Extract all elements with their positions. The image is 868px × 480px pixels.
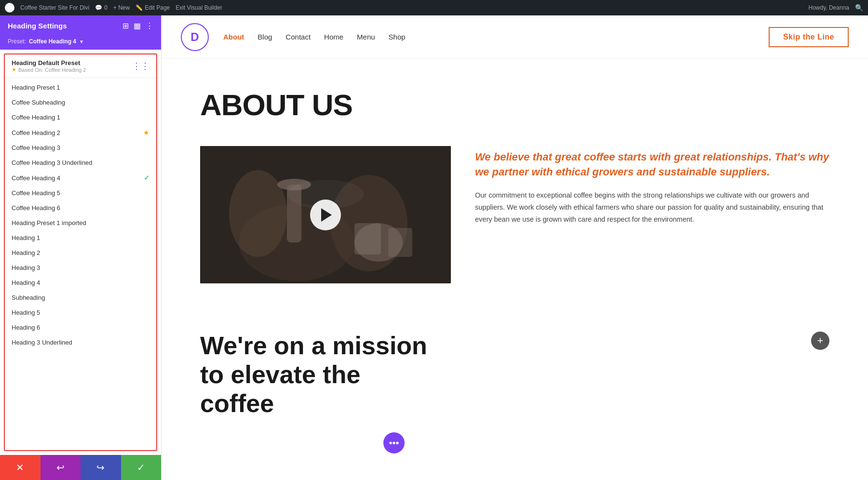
panel-actions: ✕ ↩ ↪ ✓ <box>0 455 161 480</box>
preset-item-heading-6[interactable]: Heading 6 <box>5 320 156 335</box>
preset-item-coffee-heading-2[interactable]: Coffee Heading 2 ★ <box>5 125 156 140</box>
preset-name: Coffee Heading 4 <box>29 38 76 45</box>
comments-bar-item[interactable]: 💬 0 <box>95 4 108 11</box>
new-bar-item[interactable]: + New <box>113 4 130 11</box>
based-on-label: ★ Based On: Coffee Heading 2 <box>12 67 86 73</box>
preset-item-coffee-heading-4[interactable]: Coffee Heading 4 ✓ <box>5 170 156 186</box>
preset-item-heading-4[interactable]: Heading 4 <box>5 275 156 290</box>
confirm-button[interactable]: ✓ <box>121 455 162 480</box>
cancel-button[interactable]: ✕ <box>0 455 41 480</box>
preset-item-coffee-heading-1[interactable]: Coffee Heading 1 <box>5 110 156 125</box>
play-arrow-icon <box>321 208 332 222</box>
site-logo[interactable]: D <box>181 23 209 51</box>
section-options-button[interactable]: ••• <box>383 432 405 453</box>
redo-button[interactable]: ↪ <box>81 455 121 480</box>
panel-title: Heading Settings <box>8 22 67 30</box>
cancel-icon: ✕ <box>16 462 24 473</box>
main-layout: Heading Settings ⊞ ▦ ⋮ Preset: Coffee He… <box>0 15 868 480</box>
preset-label: Preset: <box>8 38 26 45</box>
comment-bubble-icon: 💬 <box>95 4 102 11</box>
default-preset-dots-icon[interactable]: ⋮⋮ <box>132 61 149 71</box>
mission-title: We're on a mission to elevate the coffee <box>200 332 432 418</box>
svg-text:W: W <box>8 6 12 10</box>
page-main-content: ABOUT US <box>162 59 868 332</box>
nav-about[interactable]: About <box>223 33 244 41</box>
default-preset-header: Heading Default Preset ★ Based On: Coffe… <box>5 54 156 76</box>
howdy-label: Howdy, Deanna <box>809 4 850 11</box>
preset-item-coffee-heading-5[interactable]: Coffee Heading 5 <box>5 186 156 200</box>
skip-the-line-button[interactable]: Skip the Line <box>769 27 849 47</box>
nav-home[interactable]: Home <box>324 33 343 41</box>
site-header: D About Blog Contact Home Menu Shop Skip… <box>162 15 868 59</box>
preset-chevron-icon: ▼ <box>79 39 84 44</box>
content-body: Our commitment to exceptional coffee beg… <box>475 189 829 226</box>
page-content-area: D About Blog Contact Home Menu Shop Skip… <box>162 15 868 480</box>
undo-button[interactable]: ↩ <box>41 455 81 480</box>
about-content-section: We believe that great coffee starts with… <box>200 146 829 283</box>
heading-settings-panel: Heading Settings ⊞ ▦ ⋮ Preset: Coffee He… <box>0 15 162 480</box>
video-block[interactable] <box>200 146 451 283</box>
nav-shop[interactable]: Shop <box>389 33 406 41</box>
based-on-star-icon: ★ <box>12 67 16 73</box>
add-section-button[interactable]: + <box>811 332 829 350</box>
active-check-icon: ✓ <box>144 174 149 182</box>
panel-more-icon[interactable]: ⋮ <box>146 21 153 30</box>
preset-item-heading-3[interactable]: Heading 3 <box>5 260 156 275</box>
redo-icon: ↪ <box>96 462 105 473</box>
logo-letter: D <box>190 30 199 44</box>
nav-contact[interactable]: Contact <box>285 33 311 41</box>
svg-rect-10 <box>388 228 412 257</box>
nav-blog[interactable]: Blog <box>258 33 272 41</box>
preset-item-coffee-heading-3-underlined[interactable]: Coffee Heading 3 Underlined <box>5 155 156 170</box>
dropdown-divider-1 <box>5 78 156 78</box>
preset-item-heading-preset-1-imported[interactable]: Heading Preset 1 imported <box>5 215 156 230</box>
edit-page-bar-item[interactable]: ✏️ Edit Page <box>136 4 170 11</box>
preset-item-heading-preset-1[interactable]: Heading Preset 1 <box>5 80 156 95</box>
content-text-block: We believe that great coffee starts with… <box>475 146 829 226</box>
panel-header-icons: ⊞ ▦ ⋮ <box>122 21 153 30</box>
exit-builder-bar-item[interactable]: Exit Visual Builder <box>176 4 222 11</box>
nav-menu[interactable]: Menu <box>357 33 375 41</box>
mission-section: We're on a mission to elevate the coffee… <box>162 332 868 439</box>
preset-dropdown: Heading Default Preset ★ Based On: Coffe… <box>4 53 157 451</box>
search-icon[interactable]: 🔍 <box>855 4 863 12</box>
content-quote: We believe that great coffee starts with… <box>475 150 829 180</box>
undo-icon: ↩ <box>56 462 65 473</box>
panel-header: Heading Settings ⊞ ▦ ⋮ <box>0 15 161 36</box>
panel-columns-icon[interactable]: ▦ <box>134 21 141 30</box>
video-play-button[interactable] <box>310 200 341 230</box>
favorite-star-icon: ★ <box>143 129 149 136</box>
wp-admin-bar: W Coffee Starter Site For Divi 💬 0 + New… <box>0 0 868 15</box>
preset-item-heading-1[interactable]: Heading 1 <box>5 230 156 245</box>
preset-item-heading-2[interactable]: Heading 2 <box>5 245 156 260</box>
default-preset-title: Heading Default Preset <box>12 59 86 67</box>
preset-item-heading-3-underlined[interactable]: Heading 3 Underlined <box>5 335 156 350</box>
site-nav: About Blog Contact Home Menu Shop <box>223 33 769 41</box>
preset-bar[interactable]: Preset: Coffee Heading 4 ▼ <box>0 36 161 50</box>
preset-item-subheading[interactable]: Subheading <box>5 290 156 305</box>
preset-item-heading-5[interactable]: Heading 5 <box>5 305 156 320</box>
wp-logo-icon[interactable]: W <box>5 3 14 13</box>
confirm-icon: ✓ <box>137 462 145 473</box>
panel-grid-icon[interactable]: ⊞ <box>122 21 129 30</box>
site-name-bar-item[interactable]: Coffee Starter Site For Divi <box>20 4 89 11</box>
preset-item-coffee-heading-3[interactable]: Coffee Heading 3 <box>5 140 156 155</box>
pencil-icon: ✏️ <box>136 4 143 11</box>
preset-item-coffee-subheading[interactable]: Coffee Subheading <box>5 95 156 110</box>
page-title: ABOUT US <box>200 88 829 122</box>
svg-rect-9 <box>354 223 381 254</box>
preset-item-coffee-heading-6[interactable]: Coffee Heading 6 <box>5 200 156 215</box>
